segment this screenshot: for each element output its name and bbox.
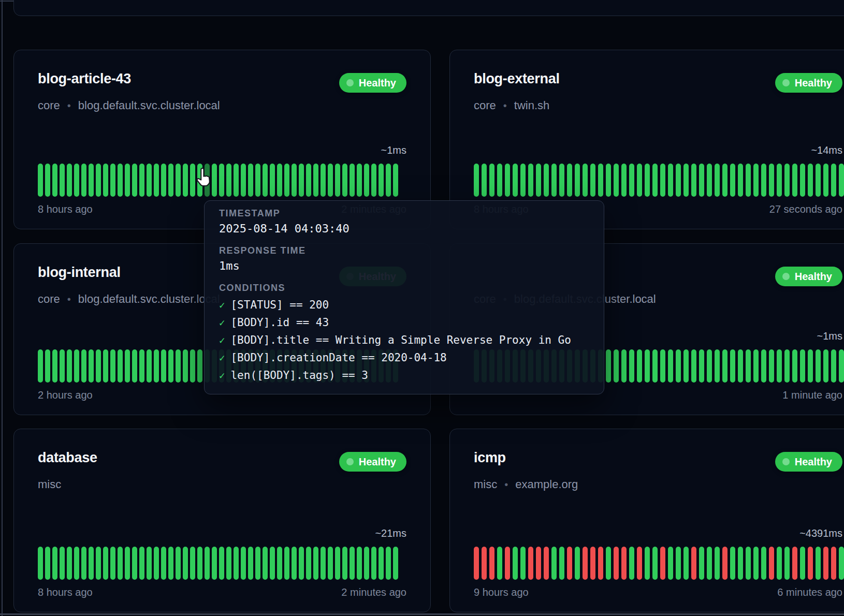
uptime-bar[interactable] (74, 349, 79, 383)
uptime-bar[interactable] (263, 547, 268, 580)
uptime-bar[interactable] (792, 547, 797, 580)
uptime-bar[interactable] (154, 349, 159, 383)
uptime-bar[interactable] (74, 547, 79, 580)
uptime-bar[interactable] (551, 547, 557, 580)
uptime-bar[interactable] (357, 164, 362, 197)
uptime-bar[interactable] (520, 164, 526, 197)
uptime-bar[interactable] (190, 547, 195, 580)
uptime-bar[interactable] (313, 164, 318, 197)
uptime-bar[interactable] (132, 349, 137, 383)
uptime-bar[interactable] (769, 547, 774, 580)
uptime-bar[interactable] (176, 164, 181, 197)
uptime-bars[interactable] (38, 164, 406, 197)
uptime-bar[interactable] (784, 164, 790, 197)
uptime-bar[interactable] (125, 349, 130, 383)
uptime-bar[interactable] (350, 164, 355, 197)
uptime-bar[interactable] (730, 547, 735, 580)
uptime-bar[interactable] (234, 547, 239, 580)
uptime-bar[interactable] (197, 349, 202, 383)
uptime-bar[interactable] (722, 164, 727, 197)
uptime-bar[interactable] (753, 349, 759, 383)
uptime-bar[interactable] (132, 547, 137, 580)
service-card-database[interactable]: database misc • Healthy ~21ms 8 hours ag… (13, 429, 431, 612)
uptime-bar[interactable] (676, 547, 681, 580)
uptime-bar[interactable] (292, 547, 297, 580)
uptime-bar[interactable] (328, 547, 333, 580)
uptime-bar[interactable] (831, 349, 836, 383)
uptime-bar[interactable] (800, 349, 805, 383)
uptime-bar[interactable] (379, 547, 384, 580)
uptime-bar[interactable] (645, 164, 650, 197)
uptime-bar[interactable] (583, 547, 588, 580)
uptime-bar[interactable] (103, 547, 108, 580)
uptime-bar[interactable] (205, 547, 210, 580)
uptime-bar[interactable] (183, 547, 188, 580)
uptime-bar[interactable] (660, 164, 665, 197)
uptime-bar[interactable] (637, 349, 642, 383)
uptime-bar[interactable] (371, 164, 376, 197)
uptime-bar[interactable] (559, 547, 564, 580)
uptime-bar[interactable] (839, 547, 844, 580)
uptime-bar[interactable] (183, 349, 188, 383)
uptime-bar[interactable] (761, 547, 766, 580)
uptime-bar[interactable] (816, 349, 821, 383)
uptime-bar[interactable] (67, 164, 72, 197)
uptime-bar[interactable] (575, 164, 580, 197)
uptime-bar[interactable] (219, 547, 224, 580)
uptime-bar[interactable] (45, 164, 50, 197)
uptime-bar[interactable] (753, 164, 759, 197)
uptime-bar[interactable] (691, 547, 696, 580)
uptime-bar[interactable] (761, 164, 766, 197)
uptime-bar[interactable] (81, 349, 86, 383)
uptime-bar[interactable] (707, 164, 712, 197)
uptime-bar[interactable] (606, 547, 611, 580)
uptime-bar[interactable] (234, 164, 239, 197)
uptime-bar[interactable] (505, 164, 510, 197)
uptime-bar[interactable] (777, 349, 782, 383)
uptime-bar[interactable] (722, 547, 727, 580)
uptime-bar[interactable] (147, 547, 152, 580)
uptime-bar[interactable] (96, 164, 101, 197)
uptime-bar[interactable] (823, 164, 828, 197)
uptime-bar[interactable] (161, 164, 166, 197)
uptime-bar[interactable] (125, 164, 130, 197)
uptime-bar[interactable] (699, 547, 704, 580)
uptime-bar[interactable] (118, 349, 123, 383)
uptime-bars[interactable] (474, 164, 842, 197)
uptime-bar[interactable] (598, 547, 603, 580)
uptime-bar[interactable] (769, 164, 774, 197)
uptime-bar[interactable] (248, 164, 253, 197)
uptime-bar[interactable] (89, 547, 94, 580)
uptime-bar[interactable] (536, 547, 541, 580)
uptime-bar[interactable] (110, 547, 115, 580)
uptime-bar[interactable] (299, 164, 304, 197)
uptime-bar[interactable] (299, 547, 304, 580)
uptime-bar[interactable] (637, 547, 642, 580)
uptime-bar[interactable] (38, 164, 43, 197)
uptime-bar[interactable] (660, 547, 665, 580)
uptime-bar[interactable] (139, 349, 144, 383)
uptime-bar[interactable] (110, 349, 115, 383)
uptime-bar[interactable] (255, 164, 260, 197)
uptime-bar[interactable] (277, 547, 282, 580)
uptime-bar[interactable] (248, 547, 253, 580)
uptime-bar[interactable] (575, 547, 580, 580)
uptime-bar[interactable] (139, 547, 144, 580)
uptime-bar[interactable] (81, 547, 86, 580)
uptime-bar[interactable] (621, 547, 627, 580)
uptime-bar[interactable] (161, 547, 166, 580)
uptime-bar[interactable] (559, 164, 564, 197)
uptime-bar[interactable] (60, 547, 65, 580)
uptime-bar[interactable] (371, 547, 376, 580)
uptime-bar[interactable] (513, 547, 518, 580)
uptime-bar[interactable] (197, 164, 202, 197)
uptime-bar[interactable] (730, 349, 735, 383)
uptime-bar[interactable] (103, 349, 108, 383)
uptime-bar[interactable] (277, 164, 282, 197)
uptime-bar[interactable] (808, 349, 813, 383)
uptime-bar[interactable] (683, 547, 689, 580)
uptime-bar[interactable] (691, 164, 696, 197)
uptime-bar[interactable] (839, 349, 844, 383)
uptime-bar[interactable] (335, 164, 340, 197)
uptime-bar[interactable] (489, 164, 494, 197)
